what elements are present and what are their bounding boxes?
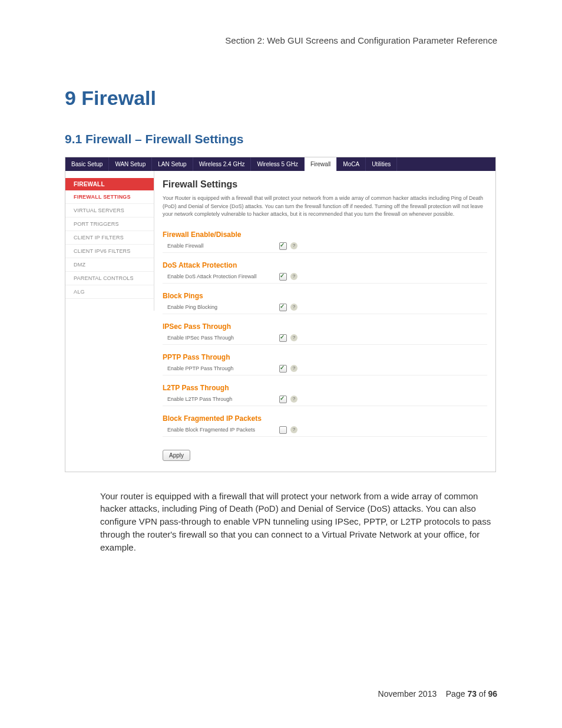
sidebar-item-client-ip-filters[interactable]: CLIENT IP FILTERS [65,231,154,245]
page-title: Firewall Settings [163,179,487,190]
tab-spacer [397,157,495,171]
checkbox-pptp[interactable] [279,365,287,373]
help-icon[interactable]: ? [290,365,297,372]
top-tabs: Basic Setup WAN Setup LAN Setup Wireless… [65,157,495,171]
router-ui-screenshot: Basic Setup WAN Setup LAN Setup Wireless… [65,157,496,472]
section-title-firewall-enable: Firewall Enable/Disable [163,230,487,239]
sidebar: FIREWALL FIREWALL SETTINGS VIRTUAL SERVE… [65,171,154,311]
tab-lan-setup[interactable]: LAN Setup [152,157,193,171]
page-footer: November 2013 Page 73 of 96 [378,689,497,699]
checkbox-ipsec[interactable] [279,334,287,342]
footer-page-current: 73 [467,689,477,699]
tab-firewall[interactable]: Firewall [305,157,337,171]
help-icon[interactable]: ? [290,304,297,311]
tab-wireless-24[interactable]: Wireless 2.4 GHz [193,157,252,171]
content-area: Firewall Settings Your Router is equippe… [154,171,495,472]
row-dos: Enable DoS Attack Protection Firewall ? [163,271,487,284]
footer-page-total: 96 [488,689,497,699]
footer-page-label: Page [446,689,468,699]
tab-basic-setup[interactable]: Basic Setup [65,157,109,171]
tab-moca[interactable]: MoCA [337,157,366,171]
subsection-title: 9.1 Firewall – Firewall Settings [65,132,497,146]
row-pptp: Enable PPTP Pass Through ? [163,363,487,375]
sidebar-item-port-triggers[interactable]: PORT TRIGGERS [65,218,154,231]
apply-button[interactable]: Apply [163,450,190,461]
page-description: Your Router is equipped with a firewall … [163,195,487,219]
footer-page-of: of [477,689,488,699]
tab-wan-setup[interactable]: WAN Setup [109,157,152,171]
checkbox-enable-firewall[interactable] [279,242,287,250]
running-header: Section 2: Web GUI Screens and Configura… [65,35,497,45]
sidebar-group-firewall: FIREWALL [65,178,154,190]
label-l2tp: Enable L2TP Pass Through [163,396,279,402]
sidebar-item-alg[interactable]: ALG [65,285,154,299]
section-title-dos: DoS Attack Protection [163,261,487,269]
sidebar-item-virtual-servers[interactable]: VIRTUAL SERVERS [65,204,154,218]
checkbox-frag[interactable] [279,426,287,434]
checkbox-l2tp[interactable] [279,396,287,403]
section-title-l2tp: L2TP Pass Through [163,384,487,392]
help-icon[interactable]: ? [290,334,297,341]
sidebar-item-dmz[interactable]: DMZ [65,258,154,272]
label-frag: Enable Block Fragmented IP Packets [163,427,279,433]
row-block-pings: Enable Ping Blocking ? [163,301,487,314]
footer-date: November 2013 [378,689,437,699]
sidebar-item-firewall-settings[interactable]: FIREWALL SETTINGS [65,190,154,204]
label-ipsec: Enable IPSec Pass Through [163,335,279,341]
help-icon[interactable]: ? [290,273,297,280]
sidebar-item-parental-controls[interactable]: PARENTAL CONTROLS [65,272,154,285]
section-title-block-pings: Block Pings [163,292,487,300]
row-frag: Enable Block Fragmented IP Packets ? [163,424,487,437]
checkbox-block-pings[interactable] [279,304,287,311]
label-enable-firewall: Enable Firewall [163,243,279,249]
sidebar-item-client-ipv6-filters[interactable]: CLIENT IPV6 FILTERS [65,245,154,258]
tab-wireless-5[interactable]: Wireless 5 GHz [251,157,304,171]
row-ipsec: Enable IPSec Pass Through ? [163,332,487,345]
label-pptp: Enable PPTP Pass Through [163,365,279,371]
row-enable-firewall: Enable Firewall ? [163,240,487,253]
checkbox-dos[interactable] [279,273,287,281]
help-icon[interactable]: ? [290,426,297,433]
label-block-pings: Enable Ping Blocking [163,304,279,310]
help-icon[interactable]: ? [290,396,297,403]
label-dos: Enable DoS Attack Protection Firewall [163,274,279,279]
help-icon[interactable]: ? [290,242,297,249]
section-title-frag: Block Fragmented IP Packets [163,414,487,423]
tab-utilities[interactable]: Utilities [366,157,397,171]
body-paragraph: Your router is equipped with a firewall … [100,490,497,554]
section-title-pptp: PPTP Pass Through [163,353,487,361]
chapter-title: 9 Firewall [65,87,497,110]
section-title-ipsec: IPSec Pass Through [163,322,487,331]
row-l2tp: Enable L2TP Pass Through ? [163,393,487,406]
